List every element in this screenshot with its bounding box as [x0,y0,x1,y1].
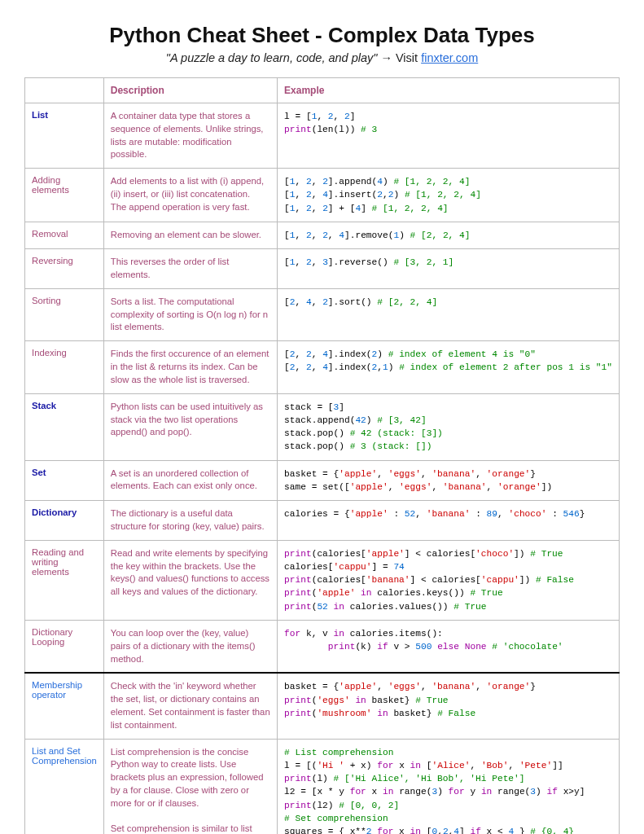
example-cell: # List comprehension l = [('Hi ' + x) fo… [278,739,620,834]
table-row: DictionaryThe dictionary is a useful dat… [25,501,620,541]
description-cell: Removing an element can be slower. [103,222,277,248]
table-row: StackPython lists can be used intuitivel… [25,393,620,460]
table-row: ListA container data type that stores a … [25,103,620,169]
table-row: ReversingThis reverses the order of list… [25,249,620,289]
topic-cell: List and Set Comprehension [25,739,104,834]
topic-cell: Set [25,460,104,500]
example-cell: calories = {'apple' : 52, 'banana' : 89,… [278,501,620,541]
table-row: Membership operatorCheck with the 'in' k… [25,673,620,739]
description-cell: A container data type that stores a sequ… [103,103,277,169]
description-cell: Read and write elements by specifying th… [103,540,277,620]
description-cell: Check with the 'in' keyword whether the … [103,673,277,739]
table-row: RemovalRemoving an element can be slower… [25,222,620,248]
subtitle-link[interactable]: finxter.com [421,51,478,64]
description-cell: Python lists can be used intuitively as … [103,393,277,460]
description-cell: Finds the first occurence of an element … [103,341,277,393]
topic-cell: Membership operator [25,673,104,739]
table-row: List and Set ComprehensionList comprehen… [25,739,620,834]
example-cell: [1, 2, 3].reverse() # [3, 2, 1] [278,249,620,289]
example-cell: l = [1, 2, 2] print(len(l)) # 3 [278,103,620,169]
table-row: Adding elementsAdd elements to a list wi… [25,169,620,222]
topic-cell: Indexing [25,341,104,393]
description-cell: Sorts a list. The computational complexi… [103,288,277,340]
topic-cell: Reversing [25,249,104,289]
example-cell: [2, 4, 2].sort() # [2, 2, 4] [278,288,620,340]
example-cell: [1, 2, 2, 4].remove(1) # [2, 2, 4] [278,222,620,248]
example-cell: basket = {'apple', 'eggs', 'banana', 'or… [278,673,620,739]
table-row: SortingSorts a list. The computational c… [25,288,620,340]
table-row: IndexingFinds the first occurence of an … [25,341,620,393]
table-row: Reading and writing elementsRead and wri… [25,540,620,620]
topic-cell: Dictionary [25,501,104,541]
topic-cell: Stack [25,393,104,460]
topic-cell: List [25,103,104,169]
example-cell: [2, 2, 4].index(2) # index of element 4 … [278,341,620,393]
subtitle: "A puzzle a day to learn, code, and play… [24,51,620,64]
example-cell: for k, v in calories.items(): print(k) i… [278,620,620,673]
topic-cell: Adding elements [25,169,104,222]
page-title: Python Cheat Sheet - Complex Data Types [24,23,620,48]
description-cell: A set is an unordered collection of elem… [103,460,277,500]
table-row: SetA set is an unordered collection of e… [25,460,620,500]
topic-cell: Reading and writing elements [25,540,104,620]
example-cell: print(calories['apple'] < calories['choc… [278,540,620,620]
example-cell: [1, 2, 2].append(4) # [1, 2, 2, 4] [1, 2… [278,169,620,222]
subtitle-arrow: → Visit [377,51,421,64]
cheat-sheet-table: Description Example ListA container data… [24,77,620,834]
description-cell: This reverses the order of list elements… [103,249,277,289]
topic-cell: Dictionary Looping [25,620,104,673]
subtitle-quote: "A puzzle a day to learn, code, and play… [166,51,378,64]
table-row: Dictionary LoopingYou can loop over the … [25,620,620,673]
description-cell: Add elements to a list with (i) append, … [103,169,277,222]
example-cell: basket = {'apple', 'eggs', 'banana', 'or… [278,460,620,500]
col-header-blank [25,78,104,103]
description-cell: List comprehension is the concise Python… [103,739,277,834]
col-header-description: Description [103,78,277,103]
col-header-example: Example [278,78,620,103]
description-cell: You can loop over the (key, value) pairs… [103,620,277,673]
example-cell: stack = [3] stack.append(42) # [3, 42] s… [278,393,620,460]
topic-cell: Sorting [25,288,104,340]
description-cell: The dictionary is a useful data structur… [103,501,277,541]
topic-cell: Removal [25,222,104,248]
